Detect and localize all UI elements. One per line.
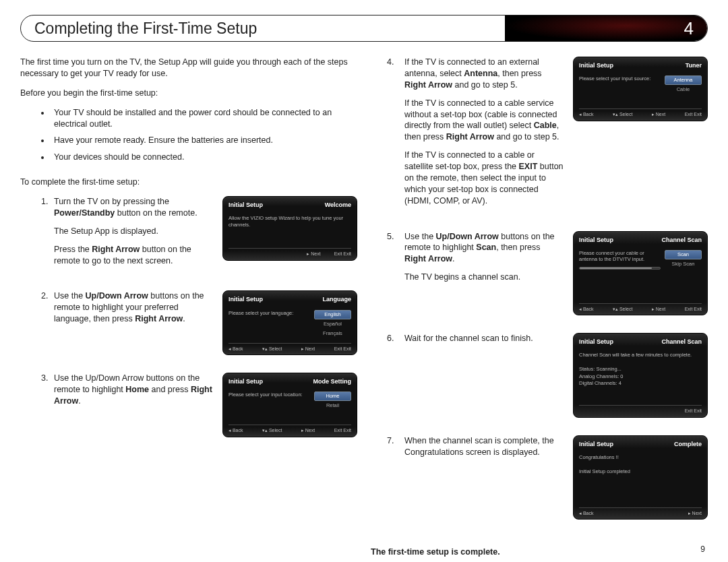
step-1: Turn the TV on by pressing the Power/Sta…: [51, 196, 357, 273]
tv-screen-scan: Initial SetupChannel Scan Please connect…: [573, 231, 708, 316]
tv-screen-scanning: Initial SetupChannel Scan Channel Scan w…: [573, 333, 708, 418]
step6-text: Wait for the channel scan to finish.: [404, 333, 564, 344]
mode-option: Home: [314, 392, 351, 401]
lang-option: English: [314, 310, 351, 319]
before-heading: Before you begin the first-time setup:: [20, 88, 357, 99]
step7-text: When the channel scan is complete, the C…: [404, 435, 564, 458]
step5-p1: Use the Up/Down Arrow buttons on the rem…: [404, 231, 564, 266]
intro-text: The first time you turn on the TV, the S…: [20, 57, 357, 80]
before-list: Your TV should be installed and the powe…: [20, 107, 357, 169]
step-7: When the channel scan is complete, the C…: [401, 435, 708, 520]
mode-option: Retail: [314, 401, 351, 410]
step-2: Use the Up/Down Arrow buttons on the rem…: [51, 290, 357, 355]
tv-screen-complete: Initial SetupComplete Congratulations !!…: [573, 435, 708, 520]
step4-p2: If the TV is connected to a cable servic…: [404, 98, 564, 144]
tv-screen-language: Initial SetupLanguage Please select your…: [222, 290, 357, 355]
tuner-option: Cable: [665, 85, 702, 94]
step-6: Wait for the channel scan to finish. Ini…: [401, 333, 708, 418]
step1-p3: Press the Right Arrow button on the remo…: [54, 244, 213, 267]
page-number: 9: [700, 544, 705, 554]
step1-p2: The Setup App is displayed.: [54, 226, 213, 237]
right-column: If the TV is connected to an external an…: [371, 57, 708, 562]
scan-option: Skip Scan: [665, 259, 702, 269]
steps-list-right: If the TV is connected to an external an…: [371, 57, 708, 537]
progress-bar: [579, 267, 661, 270]
chapter-title: Completing the First-Time Setup: [34, 20, 257, 38]
complete-line: The first-time setup is complete.: [371, 547, 708, 558]
before-item: Your TV should be installed and the powe…: [51, 107, 357, 130]
content-columns: The first time you turn on the TV, the S…: [20, 57, 708, 562]
step4-p1: If the TV is connected to an external an…: [404, 57, 564, 91]
step4-p3: If the TV is connected to a cable or sat…: [404, 150, 564, 206]
lang-option: Français: [314, 329, 351, 338]
lang-option: Español: [314, 319, 351, 329]
chapter-header: Completing the First-Time Setup 4: [20, 15, 708, 42]
step3-text: Use the Up/Down Arrow buttons on the rem…: [54, 373, 213, 407]
step-3: Use the Up/Down Arrow buttons on the rem…: [51, 373, 357, 437]
tv-screen-welcome: Initial SetupWelcome Allow the VIZIO set…: [222, 196, 357, 261]
step2-text: Use the Up/Down Arrow buttons on the rem…: [54, 290, 213, 325]
steps-list-left: Turn the TV on by pressing the Power/Sta…: [20, 196, 357, 455]
tv-screen-tuner: Initial SetupTuner Please select your in…: [573, 57, 708, 121]
tuner-option: Antenna: [665, 75, 702, 85]
step1-p1: Turn the TV on by pressing the Power/Sta…: [54, 196, 213, 219]
complete-heading: To complete the first-time setup:: [20, 177, 357, 188]
step-5: Use the Up/Down Arrow buttons on the rem…: [401, 231, 708, 316]
left-column: The first time you turn on the TV, the S…: [20, 57, 357, 562]
step-4: If the TV is connected to an external an…: [401, 57, 708, 214]
scan-option: Scan: [665, 250, 702, 259]
tv-screen-mode: Initial SetupMode Setting Please select …: [222, 373, 357, 437]
before-item: Your devices should be connected.: [51, 152, 357, 163]
step5-p2: The TV begins a channel scan.: [404, 272, 564, 283]
before-item: Have your remote ready. Ensure the batte…: [51, 135, 357, 146]
chapter-number: 4: [684, 18, 694, 39]
